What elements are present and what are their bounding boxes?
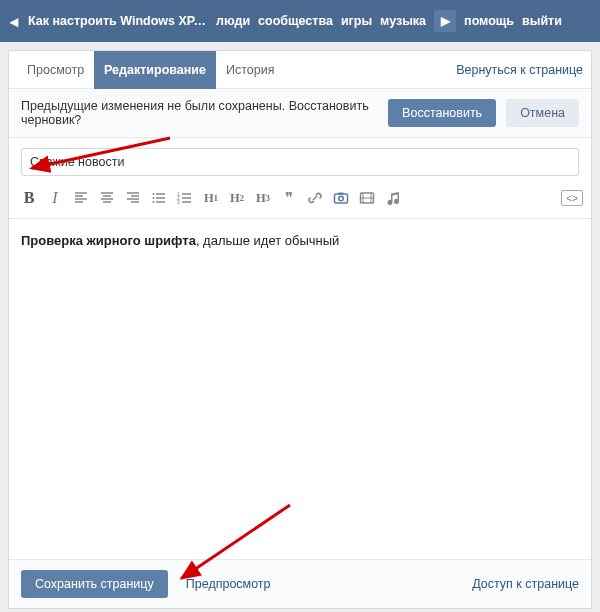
nav-games[interactable]: игры bbox=[341, 14, 372, 28]
nav-more-button[interactable]: ▶ bbox=[434, 10, 456, 32]
svg-point-0 bbox=[153, 193, 155, 195]
restore-button[interactable]: Восстановить bbox=[388, 99, 496, 127]
svg-point-7 bbox=[339, 196, 344, 201]
page-title[interactable]: Как настроить Windows XP,7,8 и ... bbox=[28, 14, 208, 28]
link-icon[interactable] bbox=[303, 186, 327, 210]
restore-draft-bar: Предыдущие изменения не были сохранены. … bbox=[9, 89, 591, 138]
nav-music[interactable]: музыка bbox=[380, 14, 426, 28]
topbar: ◂ Как настроить Windows XP,7,8 и ... люд… bbox=[0, 0, 600, 42]
access-link[interactable]: Доступ к странице bbox=[472, 577, 579, 591]
editor-panel: Просмотр Редактирование История Вернутьс… bbox=[8, 50, 592, 609]
return-to-page-link[interactable]: Вернуться к странице bbox=[456, 63, 583, 77]
list-numbered-icon[interactable]: 123 bbox=[173, 186, 197, 210]
formatting-toolbar: B I 123 H1 H2 H3 ❞ <> bbox=[9, 182, 591, 219]
svg-point-1 bbox=[153, 197, 155, 199]
audio-icon[interactable] bbox=[381, 186, 405, 210]
video-icon[interactable] bbox=[355, 186, 379, 210]
align-center-icon[interactable] bbox=[95, 186, 119, 210]
preview-link[interactable]: Предпросмотр bbox=[186, 577, 271, 591]
nav-help[interactable]: помощь bbox=[464, 14, 514, 28]
tabs-bar: Просмотр Редактирование История Вернутьс… bbox=[9, 51, 591, 89]
bold-text-sample: Проверка жирного шрифта bbox=[21, 233, 196, 248]
page-title-input[interactable] bbox=[21, 148, 579, 176]
tab-edit[interactable]: Редактирование bbox=[94, 51, 216, 89]
footer-bar: Сохранить страницу Предпросмотр Доступ к… bbox=[9, 559, 591, 608]
italic-icon[interactable]: I bbox=[43, 186, 67, 210]
nav-communities[interactable]: сообщества bbox=[258, 14, 333, 28]
restore-message: Предыдущие изменения не были сохранены. … bbox=[21, 99, 378, 127]
quote-icon[interactable]: ❞ bbox=[277, 186, 301, 210]
code-icon[interactable]: <> bbox=[561, 190, 583, 206]
list-bullet-icon[interactable] bbox=[147, 186, 171, 210]
align-left-icon[interactable] bbox=[69, 186, 93, 210]
back-arrow-icon[interactable]: ◂ bbox=[10, 12, 18, 31]
align-right-icon[interactable] bbox=[121, 186, 145, 210]
nav-people[interactable]: люди bbox=[216, 14, 250, 28]
svg-text:3: 3 bbox=[177, 199, 180, 205]
cancel-button[interactable]: Отмена bbox=[506, 99, 579, 127]
nav-logout[interactable]: выйти bbox=[522, 14, 562, 28]
content-editor[interactable]: Проверка жирного шрифта, дальше идет обы… bbox=[9, 219, 591, 559]
svg-rect-6 bbox=[335, 194, 348, 203]
bold-icon[interactable]: B bbox=[17, 186, 41, 210]
normal-text-sample: , дальше идет обычный bbox=[196, 233, 339, 248]
tab-history[interactable]: История bbox=[216, 51, 284, 89]
svg-point-2 bbox=[153, 201, 155, 203]
photo-icon[interactable] bbox=[329, 186, 353, 210]
save-page-button[interactable]: Сохранить страницу bbox=[21, 570, 168, 598]
h1-icon[interactable]: H1 bbox=[199, 186, 223, 210]
h3-icon[interactable]: H3 bbox=[251, 186, 275, 210]
tab-view[interactable]: Просмотр bbox=[17, 51, 94, 89]
h2-icon[interactable]: H2 bbox=[225, 186, 249, 210]
svg-rect-8 bbox=[339, 193, 344, 195]
